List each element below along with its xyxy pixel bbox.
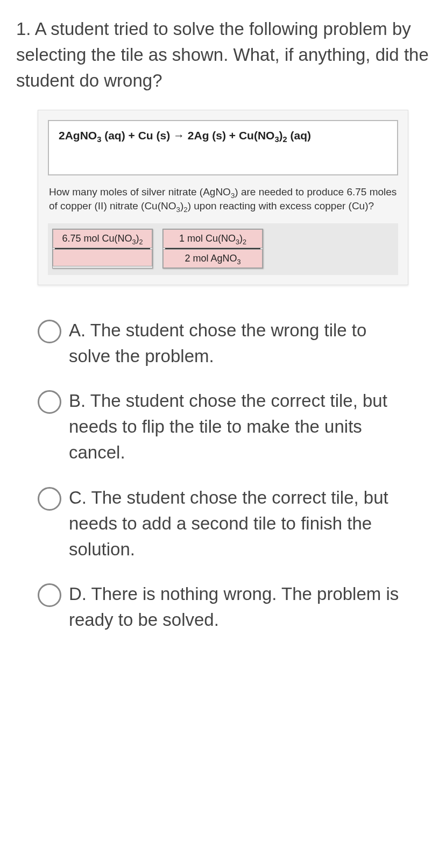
answer-text: B. The student chose the correct tile, b… xyxy=(69,388,408,465)
text-sub: 2 xyxy=(183,206,187,214)
eq-coef: 2 xyxy=(188,129,194,142)
eq-sub: 3 xyxy=(274,135,279,144)
tile-text: 1 mol Cu(NO xyxy=(179,233,236,244)
eq-plus: + xyxy=(226,129,239,142)
answer-option-a[interactable]: A. The student chose the wrong tile to s… xyxy=(38,317,408,369)
tile-text: 6.75 mol Cu(NO xyxy=(62,233,132,244)
conversion-tile-1: 6.75 mol Cu(NO3)2 xyxy=(52,229,153,269)
eq-paren: ) xyxy=(279,129,283,142)
eq-species: Cu (s) xyxy=(138,129,171,142)
question-prompt: 1. A student tried to solve the followin… xyxy=(16,16,430,94)
answer-option-c[interactable]: C. The student chose the correct tile, b… xyxy=(38,485,408,562)
eq-species: Ag (s) xyxy=(194,129,226,142)
answers-list: A. The student chose the wrong tile to s… xyxy=(16,317,430,633)
equation-box: 2AgNO3 (aq) + Cu (s) → 2Ag (s) + Cu(NO3)… xyxy=(48,120,398,175)
chemical-equation: 2AgNO3 (aq) + Cu (s) → 2Ag (s) + Cu(NO3)… xyxy=(59,129,387,142)
text-sub: 3 xyxy=(176,206,180,214)
text-part: How many moles of silver nitrate (AgNO xyxy=(49,186,231,197)
answer-text: A. The student chose the wrong tile to s… xyxy=(69,317,408,369)
answer-option-d[interactable]: D. There is nothing wrong. The problem i… xyxy=(38,581,408,633)
eq-plus: + xyxy=(125,129,138,142)
radio-icon[interactable] xyxy=(38,487,61,511)
eq-coef: 2 xyxy=(59,129,65,142)
conversion-tile-2: 1 mol Cu(NO3)2 2 mol AgNO3 xyxy=(162,229,263,269)
tiles-row: 6.75 mol Cu(NO3)2 1 mol Cu(NO3)2 2 mol A… xyxy=(48,223,398,275)
tile-denominator: 2 mol AgNO3 xyxy=(163,249,263,268)
radio-icon[interactable] xyxy=(38,390,61,414)
tile-sub: 3 xyxy=(237,258,241,265)
answer-option-b[interactable]: B. The student chose the correct tile, b… xyxy=(38,388,408,465)
eq-sub: 2 xyxy=(283,135,287,144)
text-part: ) upon reacting with excess copper (Cu)? xyxy=(188,200,374,211)
eq-arrow: → xyxy=(170,129,188,142)
tile-numerator: 6.75 mol Cu(NO3)2 xyxy=(53,229,152,248)
answer-text: C. The student chose the correct tile, b… xyxy=(69,485,408,562)
eq-species: AgNO xyxy=(65,129,97,142)
radio-icon[interactable] xyxy=(38,583,61,607)
tile-numerator: 1 mol Cu(NO3)2 xyxy=(163,229,263,248)
answer-text: D. There is nothing wrong. The problem i… xyxy=(69,581,408,633)
problem-text: How many moles of silver nitrate (AgNO3)… xyxy=(48,185,398,214)
tile-denominator xyxy=(53,249,152,266)
eq-state: (aq) xyxy=(101,129,125,142)
tile-sub: 3 xyxy=(236,238,239,245)
radio-icon[interactable] xyxy=(38,320,61,343)
tile-text: 2 mol AgNO xyxy=(185,253,237,264)
tile-sub: 2 xyxy=(139,238,143,245)
eq-species: Cu(NO xyxy=(239,129,275,142)
problem-card: 2AgNO3 (aq) + Cu (s) → 2Ag (s) + Cu(NO3)… xyxy=(38,110,408,285)
tile-sub: 3 xyxy=(132,238,136,245)
tile-sub: 2 xyxy=(243,238,246,245)
eq-state: (aq) xyxy=(287,129,311,142)
